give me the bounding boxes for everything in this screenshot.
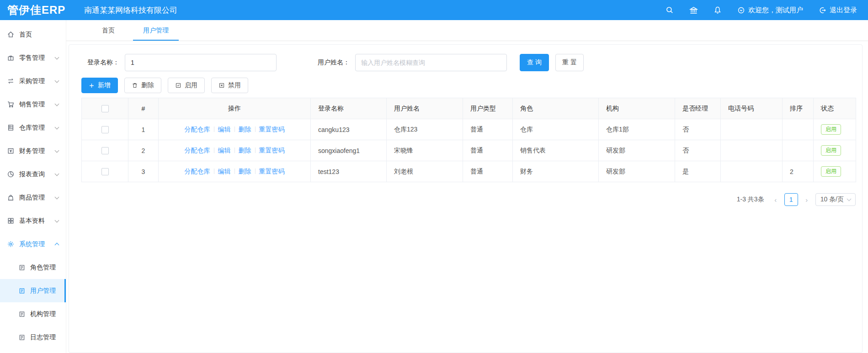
cell-index: 2 [128,140,159,161]
table-row: 1 分配仓库编辑删除重置密码 cangku123 仓库123 普通 仓库 仓库1… [82,119,856,140]
chevron-down-icon [55,78,59,83]
user-menu[interactable]: 欢迎您，测试用户 [737,6,803,15]
col-header-login: 登录名称 [311,98,387,119]
sidebar-item-system[interactable]: 系统管理 [0,232,66,256]
query-button[interactable]: 查 询 [520,54,549,71]
cell-manager: 否 [675,140,721,161]
cell-index: 3 [128,161,159,182]
tab-home[interactable]: 首页 [85,20,131,41]
sidebar-item-label: 财务管理 [19,147,55,155]
row-checkbox[interactable] [101,147,109,154]
table-row: 3 分配仓库编辑删除重置密码 test123 刘老根 普通 财务 研发部 是 2… [82,161,856,182]
sidebar-item-basic-data[interactable]: 基本资料 [0,209,66,232]
document-icon [18,311,26,318]
chevron-down-icon [55,218,59,222]
reset-button[interactable]: 重 置 [555,54,584,71]
sidebar-subitem-label: 日志管理 [30,333,56,342]
col-header-role: 角色 [513,98,599,119]
sidebar-item-home[interactable]: 首页 [0,23,66,46]
trash-icon [132,82,138,89]
sidebar-item-retail[interactable]: 零售管理 [0,46,66,69]
select-all-checkbox[interactable] [101,105,109,112]
prev-page-button[interactable]: ‹ [772,196,780,204]
user-name-input[interactable] [355,54,507,71]
sidebar-item-warehouse[interactable]: 仓库管理 [0,116,66,139]
op-assign-warehouse-link[interactable]: 分配仓库 [185,168,210,175]
op-delete-link[interactable]: 删除 [239,168,251,175]
sidebar-item-finance[interactable]: 财务管理 [0,139,66,163]
gear-icon [7,240,15,248]
op-edit-link[interactable]: 编辑 [218,126,231,133]
op-assign-warehouse-link[interactable]: 分配仓库 [185,126,210,133]
col-header-name: 用户姓名 [387,98,463,119]
col-header-status: 状态 [814,98,856,119]
chevron-down-icon [55,55,59,59]
bank-icon[interactable] [689,6,698,15]
tab-bar: 首页 用户管理 [66,20,868,41]
company-name: 南通某某网络科技有限公司 [84,5,177,16]
sidebar-subitem-config[interactable]: 系统配置 [0,349,66,353]
app-logo: 管伊佳ERP [7,3,76,17]
logout-button[interactable]: 退出登录 [819,6,857,15]
pie-chart-icon [7,170,15,178]
document-icon [18,334,26,341]
col-header-index: # [128,98,159,119]
chevron-down-icon [55,171,59,176]
status-badge[interactable]: 启用 [821,166,841,177]
cell-phone [721,161,783,182]
top-header-bar: 管伊佳ERP 南通某某网络科技有限公司 欢迎您，测试用户 [0,0,868,20]
cell-org: 仓库1部 [599,119,675,140]
login-name-label: 登录名称： [87,58,119,67]
chevron-down-icon [55,101,59,106]
cell-phone [721,119,783,140]
sidebar-subitem-users[interactable]: 用户管理 [0,279,66,302]
row-checkbox[interactable] [101,126,109,133]
next-page-button[interactable]: › [803,196,811,204]
sidebar-item-reports[interactable]: 报表查询 [0,163,66,186]
op-reset-password-link[interactable]: 重置密码 [259,126,285,133]
col-header-org: 机构 [599,98,675,119]
op-delete-link[interactable]: 删除 [239,147,251,154]
home-icon [7,31,15,38]
sidebar-subitem-roles[interactable]: 角色管理 [0,256,66,279]
status-badge[interactable]: 启用 [821,145,841,156]
sidebar-item-sales[interactable]: 销售管理 [0,93,66,116]
cell-org: 研发部 [599,140,675,161]
op-delete-link[interactable]: 删除 [239,126,251,133]
sidebar-item-label: 零售管理 [19,54,55,62]
op-edit-link[interactable]: 编辑 [218,168,231,175]
page-1-button[interactable]: 1 [784,193,798,206]
cell-index: 1 [128,119,159,140]
page-size-select[interactable]: 10 条/页 [815,193,856,206]
tab-user-management[interactable]: 用户管理 [133,20,179,41]
sidebar-item-goods[interactable]: 商品管理 [0,186,66,209]
sidebar-subitem-logs[interactable]: 日志管理 [0,326,66,349]
cell-manager: 否 [675,119,721,140]
row-checkbox[interactable] [101,168,109,175]
disable-label: 禁用 [228,81,241,90]
content-panel: 登录名称： 用户姓名： 查 询 重 置 新增 删除 [69,44,863,353]
search-icon[interactable] [666,6,674,14]
op-assign-warehouse-link[interactable]: 分配仓库 [185,147,210,154]
sidebar-item-label: 报表查询 [19,170,55,179]
gift-icon [7,54,15,62]
add-button[interactable]: 新增 [81,78,118,93]
login-name-input[interactable] [125,54,277,71]
op-reset-password-link[interactable]: 重置密码 [259,147,285,154]
col-header-type: 用户类型 [463,98,513,119]
status-badge[interactable]: 启用 [821,124,841,135]
plus-icon [89,83,95,89]
bell-icon[interactable] [714,6,722,14]
grid-icon [7,217,15,225]
sidebar-subitem-org[interactable]: 机构管理 [0,302,66,326]
op-edit-link[interactable]: 编辑 [218,147,231,154]
enable-button[interactable]: 启用 [168,78,205,93]
disable-button[interactable]: 禁用 [211,78,248,93]
sidebar-item-purchase[interactable]: 采购管理 [0,69,66,93]
delete-button[interactable]: 删除 [124,78,161,93]
chevron-down-icon [55,125,59,129]
op-reset-password-link[interactable]: 重置密码 [259,168,285,175]
sidebar-item-label: 系统管理 [19,240,55,248]
cell-type: 普通 [463,119,513,140]
swap-arrows-icon [7,77,15,85]
